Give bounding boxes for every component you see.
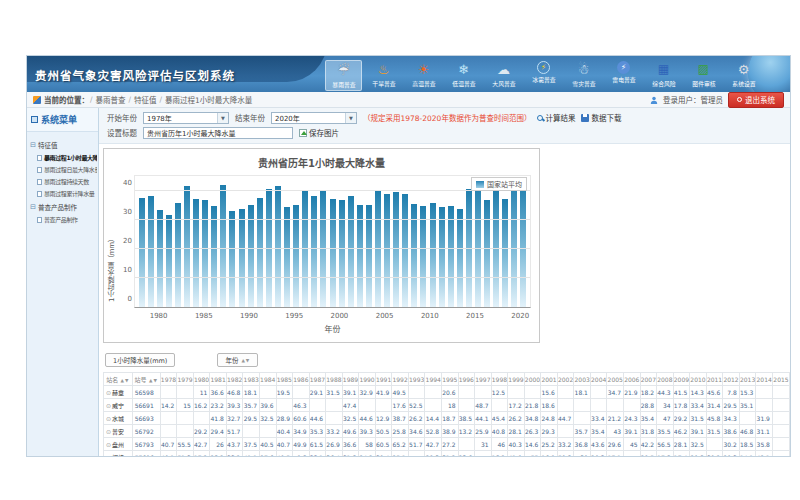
calc-result-button[interactable]: 计算结果: [537, 112, 575, 123]
nav-item-settings[interactable]: ⚙系统设置: [725, 60, 762, 91]
value-cell: [259, 386, 276, 399]
nav-item-composite[interactable]: ▦综合风险: [645, 60, 682, 91]
col-header-year-1979[interactable]: 1979: [177, 373, 194, 386]
value-field-chip[interactable]: 1小时降水量(mm): [105, 353, 175, 367]
breadcrumb-bar: 当前的位置： /暴雨普查/特征值/暴雨过程1小时最大降水量 登录用户：管理员 退…: [27, 92, 790, 108]
nav-item-rainstorm[interactable]: ☔暴雨普查: [325, 60, 362, 91]
col-header-year-2008[interactable]: 2008: [657, 373, 674, 386]
col-header-year-1985[interactable]: 1985: [276, 373, 293, 386]
col-header-year-2011[interactable]: 2011: [706, 373, 723, 386]
radio-icon[interactable]: ⊙: [106, 389, 111, 396]
sidebar-group[interactable]: ⊟特征值: [30, 140, 97, 150]
value-cell: [193, 412, 210, 425]
col-header-year-1987[interactable]: 1987: [309, 373, 326, 386]
value-cell: 23.6: [458, 451, 475, 458]
col-header-year-1981[interactable]: 1981: [210, 373, 227, 386]
col-header-year-1999[interactable]: 1999: [508, 373, 525, 386]
chart-legend: 国家站平均: [471, 177, 527, 191]
value-cell: 18: [442, 399, 459, 412]
radio-icon[interactable]: ⊙: [106, 454, 111, 458]
col-header-year-1978[interactable]: 1978: [160, 373, 177, 386]
end-year-select[interactable]: 2020年▼: [271, 112, 357, 124]
sidebar-item[interactable]: 暴雨过程持续天数: [37, 177, 97, 186]
bar-slot: [292, 176, 301, 307]
col-header-year-2009[interactable]: 2009: [673, 373, 690, 386]
nav-item-hail[interactable]: ⚡冰雹普查: [525, 60, 562, 91]
nav-item-heat[interactable]: ☀高温普查: [405, 60, 442, 91]
col-header-year-2014[interactable]: 2014: [756, 373, 773, 386]
data-download-button[interactable]: 数据下载: [581, 112, 621, 123]
value-cell: [557, 425, 574, 438]
col-header-year-1980[interactable]: 1980: [193, 373, 210, 386]
value-cell: 39.3: [226, 399, 243, 412]
value-cell: 20.6: [442, 386, 459, 399]
save-image-button[interactable]: 保存图片: [299, 127, 339, 138]
col-header-year-2007[interactable]: 2007: [640, 373, 657, 386]
col-header-year-1998[interactable]: 1998: [491, 373, 508, 386]
nav-item-map-audit[interactable]: ▨图件审核: [685, 60, 722, 91]
col-header-year-2006[interactable]: 2006: [624, 373, 641, 386]
col-header-year-1992[interactable]: 1992: [392, 373, 409, 386]
nav-item-drought[interactable]: ♨干旱普查: [365, 60, 402, 91]
document-icon: [37, 191, 42, 197]
col-header-year-1990[interactable]: 1990: [359, 373, 376, 386]
radio-icon[interactable]: ⊙: [106, 441, 111, 448]
nav-item-lightning[interactable]: ⚡雷电普查: [605, 60, 642, 91]
value-cell: [607, 399, 624, 412]
col-header-year-1991[interactable]: 1991: [375, 373, 392, 386]
breadcrumb-item[interactable]: 特征值: [134, 94, 157, 105]
nav-item-wind[interactable]: ☁大风普查: [485, 60, 522, 91]
col-header-year-1982[interactable]: 1982: [226, 373, 243, 386]
sidebar-group[interactable]: ⊟普查产品制作: [30, 202, 97, 212]
logout-button[interactable]: 退出系统: [728, 92, 784, 108]
col-header-year-1989[interactable]: 1989: [342, 373, 359, 386]
col-header-id[interactable]: 站号 ▲▼: [132, 373, 160, 386]
value-cell: 39.6: [259, 399, 276, 412]
value-cell: [557, 399, 574, 412]
col-header-year-1997[interactable]: 1997: [475, 373, 492, 386]
radio-icon[interactable]: ⊙: [106, 402, 111, 409]
col-header-year-1988[interactable]: 1988: [326, 373, 343, 386]
col-header-year-2013[interactable]: 2013: [739, 373, 756, 386]
col-header-year-2004[interactable]: 2004: [590, 373, 607, 386]
tree-expand-icon[interactable]: ⊟: [30, 203, 36, 211]
col-header-year-2010[interactable]: 2010: [690, 373, 707, 386]
col-header-year-1984[interactable]: 1984: [259, 373, 276, 386]
breadcrumb-item[interactable]: 暴雨普查: [96, 94, 126, 105]
bar-slot: [346, 176, 355, 307]
chart-title-input[interactable]: 贵州省历年1小时最大降水量: [143, 127, 293, 139]
col-header-year-2003[interactable]: 2003: [574, 373, 591, 386]
col-header-year-1993[interactable]: 1993: [408, 373, 425, 386]
top-banner: 贵州省气象灾害风险评估与区划系统 ☔暴雨普查♨干旱普查☀高温普查❄低温普查☁大风…: [27, 56, 790, 92]
breadcrumb-item[interactable]: 暴雨过程1小时最大降水量: [165, 94, 252, 105]
radio-icon[interactable]: ⊙: [106, 415, 111, 422]
bar-2013: [457, 209, 463, 307]
col-header-year-2015[interactable]: 2015: [772, 373, 789, 386]
col-header-year-1994[interactable]: 1994: [425, 373, 442, 386]
nav-bar: ☔暴雨普查♨干旱普查☀高温普查❄低温普查☁大风普查⚡冰雹普查☃雪灾普查⚡雷电普查…: [325, 60, 762, 91]
x-tick-label: [504, 312, 511, 320]
year-sort-chip[interactable]: 年份▲▼: [217, 353, 258, 367]
sidebar-item[interactable]: 暴雨过程累计降水量: [37, 189, 97, 198]
tree-expand-icon[interactable]: ⊟: [30, 141, 36, 149]
sidebar-item[interactable]: 暴雨过程日最大降水量: [37, 165, 97, 174]
x-tick-label: [136, 312, 143, 320]
sidebar-item[interactable]: 暴雨过程1小时最大降水量: [37, 153, 97, 162]
nav-item-snow[interactable]: ☃雪灾普查: [565, 60, 602, 91]
nav-item-cold[interactable]: ❄低温普查: [445, 60, 482, 91]
col-header-year-2005[interactable]: 2005: [607, 373, 624, 386]
start-year-select[interactable]: 1978年▼: [143, 112, 229, 124]
col-header-year-1986[interactable]: 1986: [293, 373, 310, 386]
value-cell: [458, 399, 475, 412]
radio-icon[interactable]: ⊙: [106, 428, 111, 435]
bar-2000: [339, 200, 345, 307]
col-header-station[interactable]: 站名 ▲▼: [104, 373, 133, 386]
col-header-year-2000[interactable]: 2000: [524, 373, 541, 386]
col-header-year-1995[interactable]: 1995: [442, 373, 459, 386]
col-header-year-2012[interactable]: 2012: [723, 373, 740, 386]
col-header-year-1983[interactable]: 1983: [243, 373, 260, 386]
sidebar-item[interactable]: 普查产品制作: [37, 215, 97, 224]
col-header-year-2002[interactable]: 2002: [557, 373, 574, 386]
col-header-year-1996[interactable]: 1996: [458, 373, 475, 386]
col-header-year-2001[interactable]: 2001: [541, 373, 558, 386]
